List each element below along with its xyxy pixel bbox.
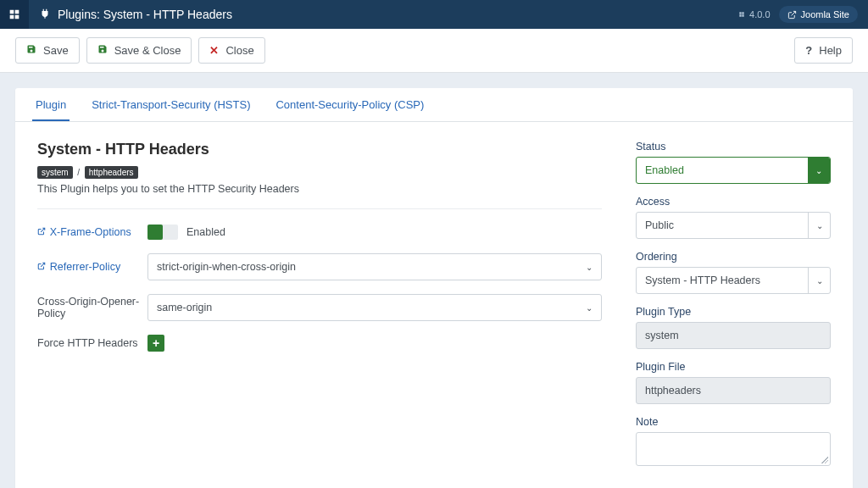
ordering-select[interactable]: System - HTTP Headers ⌄ — [636, 267, 831, 294]
access-label: Access — [636, 196, 831, 208]
toolbar: Save Save & Close ✕ Close ? Help — [0, 29, 868, 73]
breadcrumb-badges: system / httpheaders — [37, 165, 602, 178]
note-label: Note — [636, 416, 831, 428]
plugin-description: This Plugin helps you to set the HTTP Se… — [37, 183, 602, 195]
chevron-down-icon: ⌄ — [808, 213, 830, 238]
add-header-button[interactable]: + — [147, 335, 164, 352]
chevron-down-icon: ⌄ — [586, 303, 593, 313]
tab-hsts[interactable]: Strict-Transport-Security (HSTS) — [88, 88, 253, 121]
xframe-options-label[interactable]: X-Frame-Options — [37, 226, 147, 238]
save-close-button[interactable]: Save & Close — [86, 37, 192, 64]
top-bar: Plugins: System - HTTP Headers 4.0.0 Joo… — [0, 0, 868, 29]
close-icon: ✕ — [209, 44, 219, 57]
external-link-icon — [37, 263, 48, 272]
note-textarea[interactable] — [636, 432, 831, 466]
force-headers-label: Force HTTP Headers — [37, 337, 147, 349]
coop-select[interactable]: same-origin ⌄ — [147, 294, 602, 321]
chevron-down-icon: ⌄ — [808, 268, 830, 293]
site-link-label: Joomla Site — [801, 9, 849, 19]
referrer-policy-select[interactable]: strict-origin-when-cross-origin ⌄ — [147, 253, 602, 280]
plugin-type-value: system — [636, 322, 831, 349]
toggle-handle — [147, 225, 163, 240]
status-label: Status — [636, 141, 831, 152]
site-link-button[interactable]: Joomla Site — [779, 6, 858, 23]
plugin-title: System - HTTP Headers — [37, 141, 602, 158]
help-icon: ? — [805, 44, 812, 57]
referrer-policy-label[interactable]: Referrer-Policy — [37, 261, 147, 273]
badge-type: system — [37, 166, 73, 179]
plugin-type-label: Plugin Type — [636, 306, 831, 318]
chevron-down-icon: ⌄ — [808, 158, 830, 183]
chevron-down-icon: ⌄ — [586, 263, 593, 272]
page-title: Plugins: System - HTTP Headers — [58, 8, 738, 21]
tabs: Plugin Strict-Transport-Security (HSTS) … — [15, 88, 853, 122]
close-button[interactable]: ✕ Close — [198, 37, 264, 64]
status-select[interactable]: Enabled ⌄ — [636, 157, 831, 184]
joomla-logo-icon[interactable] — [0, 0, 29, 29]
coop-label: Cross-Origin-Opener-Policy — [37, 296, 147, 319]
access-select[interactable]: Public ⌄ — [636, 212, 831, 239]
ordering-label: Ordering — [636, 251, 831, 263]
save-button[interactable]: Save — [15, 37, 80, 64]
plug-icon — [39, 8, 51, 22]
help-button[interactable]: ? Help — [794, 37, 853, 64]
badge-file: httpheaders — [85, 166, 138, 179]
save-icon — [97, 44, 108, 57]
plugin-file-value: httpheaders — [636, 377, 831, 404]
xframe-toggle-label: Enabled — [186, 226, 225, 238]
tab-csp[interactable]: Content-Security-Policy (CSP) — [272, 88, 427, 121]
tab-plugin[interactable]: Plugin — [32, 88, 70, 121]
content-panel: Plugin Strict-Transport-Security (HSTS) … — [15, 88, 853, 488]
plugin-file-label: Plugin File — [636, 361, 831, 373]
xframe-toggle[interactable] — [147, 225, 178, 240]
save-icon — [26, 44, 36, 57]
external-link-icon — [37, 228, 48, 237]
version-label: 4.0.0 — [738, 9, 771, 19]
